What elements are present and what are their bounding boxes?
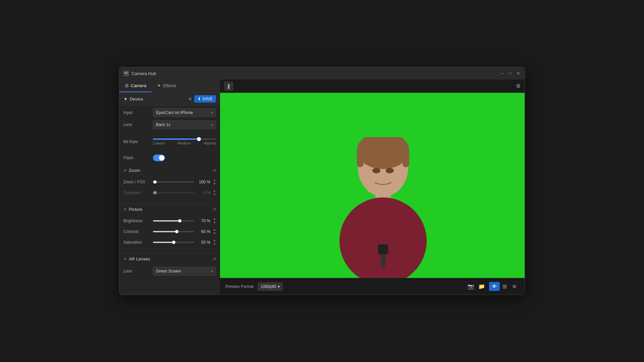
overscan-value: 0 % xyxy=(197,190,210,195)
zoom-fov-spinner: ▲ ▼ xyxy=(213,178,216,186)
screenshot-button[interactable]: 📷 xyxy=(468,283,474,290)
ar-lens-chevron-icon: ▾ xyxy=(211,269,213,273)
zoom-fov-down[interactable]: ▼ xyxy=(213,182,216,186)
svg-rect-9 xyxy=(378,244,388,254)
save-icon: ⬇ xyxy=(198,97,201,101)
svg-point-6 xyxy=(372,168,380,173)
view-audio-button[interactable]: ≋ xyxy=(509,282,519,291)
contrast-down[interactable]: ▼ xyxy=(213,232,216,235)
view-grid-button[interactable]: ⊞ xyxy=(500,282,509,291)
saturation-slider[interactable] xyxy=(153,242,194,243)
saturation-up[interactable]: ▲ xyxy=(213,239,216,242)
contrast-label: Contrast xyxy=(123,229,150,234)
device-section-title: Device xyxy=(130,97,143,102)
brightness-down[interactable]: ▼ xyxy=(213,221,216,225)
zoom-section: ▼ Zoom ↺ Zoom / FOV 100 % ▲ xyxy=(119,165,220,204)
main-window: 📷 Camera Hub ─ □ ✕ ⊙ Camera ✦ Effects xyxy=(119,67,525,295)
tab-effects[interactable]: ✦ Effects xyxy=(152,79,182,92)
zoom-section-body: Zoom / FOV 100 % ▲ ▼ Overscan xyxy=(119,176,220,204)
overscan-row: Overscan 0 % ▲ ▼ xyxy=(123,189,216,196)
picture-reset-button[interactable]: ↺ xyxy=(213,207,216,212)
save-button[interactable]: ⬇ SAVE xyxy=(194,95,216,103)
preview-settings-button[interactable]: ⚙ xyxy=(516,83,521,89)
overscan-thumb[interactable] xyxy=(153,191,157,194)
input-chevron-icon: ▾ xyxy=(211,111,213,115)
bitrate-highest: Highest xyxy=(204,141,216,145)
ar-lens-value: Green Screen xyxy=(156,269,181,274)
bitrate-row: Bit Rate Lowest Medium Highest xyxy=(123,136,216,147)
app-title: Camera Hub xyxy=(131,71,156,76)
saturation-value: 50 % xyxy=(197,240,210,245)
saturation-spinner: ▲ ▼ xyxy=(213,239,216,246)
contrast-fill xyxy=(153,231,177,232)
camera-tab-icon: ⊙ xyxy=(125,83,129,88)
minimize-button[interactable]: ─ xyxy=(500,71,504,76)
tab-camera-label: Camera xyxy=(131,83,146,88)
bitrate-label: Bit Rate xyxy=(123,139,150,144)
preview-format-label: Preview Format xyxy=(225,284,254,289)
input-select[interactable]: EpocCam on iPhone ▾ xyxy=(153,108,216,117)
brightness-row: Brightness 70 % ▲ ▼ xyxy=(123,217,216,225)
overscan-up[interactable]: ▲ xyxy=(213,189,216,193)
ar-lens-row: Lens Green Screen ▾ xyxy=(123,267,216,276)
ar-lenses-reset-button[interactable]: ↺ xyxy=(213,257,216,261)
preview-format-select[interactable]: 1080p60 ▾ xyxy=(258,283,283,291)
ar-lenses-section-header[interactable]: ▼ AR Lenses ↺ xyxy=(119,254,220,264)
preview-area: ❚ ⚙ xyxy=(220,79,525,295)
contrast-slider[interactable] xyxy=(153,231,194,232)
svg-rect-2 xyxy=(357,147,364,167)
flash-toggle[interactable] xyxy=(153,155,165,161)
folder-button[interactable]: 📁 xyxy=(478,283,485,290)
app-icon: 📷 xyxy=(123,71,129,76)
preview-format-chevron: ▾ xyxy=(278,284,280,289)
ar-lens-label: Lens xyxy=(123,269,150,274)
contrast-spinner: ▲ ▼ xyxy=(213,228,216,235)
contrast-up[interactable]: ▲ xyxy=(213,228,216,232)
saturation-row: Saturation 50 % ▲ ▼ xyxy=(123,239,216,246)
sidebar: ⊙ Camera ✦ Effects ▼ Device ≡ ⬇ SAVE xyxy=(119,79,220,295)
brightness-slider[interactable] xyxy=(153,220,194,222)
zoom-section-header[interactable]: ▼ Zoom ↺ xyxy=(119,165,220,176)
brightness-label: Brightness xyxy=(123,219,150,223)
overscan-slider[interactable] xyxy=(153,192,194,193)
close-button[interactable]: ✕ xyxy=(516,71,521,76)
brightness-thumb[interactable] xyxy=(178,219,181,223)
bitrate-section: Bit Rate Lowest Medium Highest xyxy=(119,136,220,155)
picture-section-title: Picture xyxy=(129,207,142,212)
ar-lens-select[interactable]: Green Screen ▾ xyxy=(153,267,216,276)
lens-chevron-icon: ▾ xyxy=(211,123,213,127)
picture-section-body: Brightness 70 % ▲ ▼ Contrast xyxy=(119,215,220,253)
zoom-fov-value: 100 % xyxy=(197,180,210,184)
zoom-fov-slider[interactable] xyxy=(153,181,194,183)
saturation-thumb[interactable] xyxy=(172,241,175,244)
save-button-label: SAVE xyxy=(202,97,213,101)
brightness-spinner: ▲ ▼ xyxy=(213,217,216,225)
contrast-thumb[interactable] xyxy=(175,230,178,233)
brightness-up[interactable]: ▲ xyxy=(213,217,216,221)
tab-camera[interactable]: ⊙ Camera xyxy=(119,79,152,92)
picture-section-header[interactable]: ▼ Picture ↺ xyxy=(119,204,220,215)
maximize-button[interactable]: □ xyxy=(508,71,513,76)
device-header-actions: ≡ ⬇ SAVE xyxy=(189,95,216,103)
collapse-icon: ▼ xyxy=(123,97,128,102)
saturation-down[interactable]: ▼ xyxy=(213,242,216,246)
person-silhouette xyxy=(333,137,433,278)
saturation-fill xyxy=(153,242,174,243)
zoom-section-title: Zoom xyxy=(129,168,140,173)
zoom-fov-up[interactable]: ▲ xyxy=(213,178,216,182)
device-list-button[interactable]: ≡ xyxy=(189,96,192,102)
lens-value: Back 1x xyxy=(156,122,170,127)
zoom-fov-thumb[interactable] xyxy=(153,180,157,184)
svg-rect-3 xyxy=(402,147,409,167)
zoom-reset-button[interactable]: ↺ xyxy=(213,168,216,173)
overscan-down[interactable]: ▼ xyxy=(213,193,216,196)
contrast-row: Contrast 60 % ▲ ▼ xyxy=(123,228,216,235)
sidebar-toggle-button[interactable]: ❚ xyxy=(224,81,233,91)
lens-select[interactable]: Back 1x ▾ xyxy=(153,120,216,129)
overscan-spinner: ▲ ▼ xyxy=(213,189,216,196)
view-preview-button[interactable]: 👁 xyxy=(489,282,500,291)
lens-label: Lens xyxy=(123,122,150,127)
lens-row: Lens Back 1x ▾ xyxy=(123,120,216,129)
bitrate-thumb[interactable] xyxy=(197,137,201,141)
picture-collapse-icon: ▼ xyxy=(123,207,127,211)
